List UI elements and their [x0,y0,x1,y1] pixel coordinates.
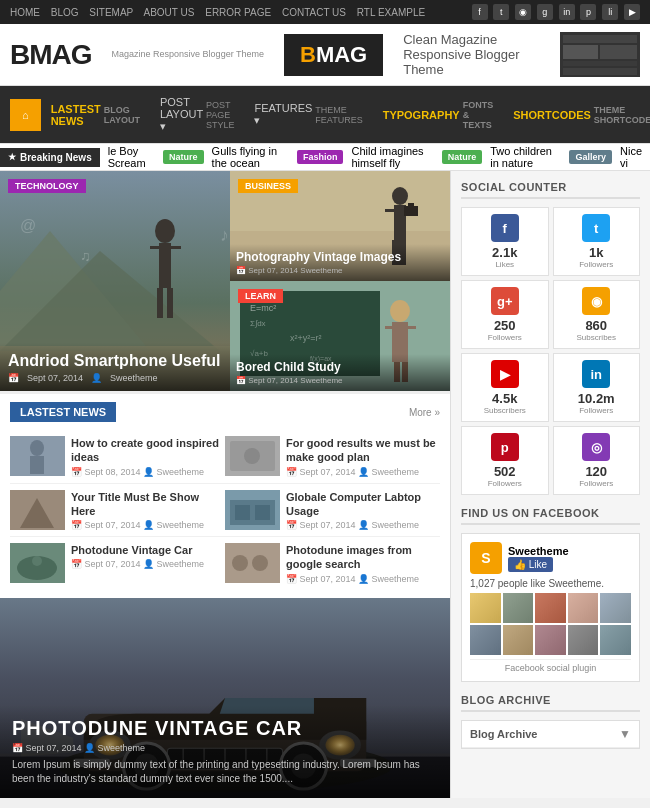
featured-large-article[interactable]: ♪ @ ♫ ♪ TECHNOLOGY Andriod Smartphone Us… [0,171,230,391]
nav-home[interactable]: HOME [10,7,40,18]
sidebar: SOCIAL COUNTER f 2.1k Likes t 1k Followe… [450,171,650,798]
fb-like-count: 1,027 people like Sweetheme. [470,578,631,589]
social-gp-icon[interactable]: g [537,4,553,20]
nav-features[interactable]: FEATURES ▾THEME FEATURES [244,92,372,137]
social-counter-section: SOCIAL COUNTER f 2.1k Likes t 1k Followe… [461,181,640,495]
svg-point-60 [252,555,268,571]
social-li-icon[interactable]: li [602,4,618,20]
social-item-fb[interactable]: f 2.1k Likes [461,207,549,276]
fb-thumb-6[interactable] [470,625,501,655]
nav-rtl[interactable]: RTL EXAMPLE [357,7,425,18]
social-item-pi[interactable]: p 502 Followers [461,426,549,495]
social-in-icon[interactable]: in [559,4,575,20]
featured-section: ♪ @ ♫ ♪ TECHNOLOGY Andriod Smartphone Us… [0,171,450,391]
fb-thumb-5[interactable] [600,593,631,623]
fb-thumb-4[interactable] [568,593,599,623]
top-nav[interactable]: HOME BLOG SITEMAP ABOUT US ERROR PAGE CO… [10,7,433,18]
news-title-2: Your Title Must Be Show Here [71,490,225,519]
social-fb-icon[interactable]: f [472,4,488,20]
fb-thumb-10[interactable] [600,625,631,655]
ticker-tag-2: Fashion [297,150,344,164]
featured-large-overlay: Andriod Smartphone Useful 📅 Sept 07, 201… [0,343,230,391]
news-item-5[interactable]: Globale Computer Labtop Usage 📅 Sept 07,… [225,484,440,538]
featured-right-top-category: BUSINESS [238,179,298,193]
social-tw-icon[interactable]: t [493,4,509,20]
svg-point-48 [244,448,260,464]
featured-right-bottom-meta: 📅 Sept 07, 2014 Sweetheme [236,376,444,385]
nav-typography[interactable]: TYPOGRAPHYFONTS & TEXTS [373,90,504,140]
featured-right-bottom[interactable]: E=mc² Σ∫dx x²+y²=r² √a+b f(x)=ax LEARN [230,281,450,391]
featured-right-bottom-title: Bored Child Study [236,360,444,374]
news-meta-1: 📅 Sept 08, 2014 👤 Sweetheme [71,467,225,477]
news-item-4[interactable]: For good results we must be make good pl… [225,430,440,484]
featured-right-top-title: Photography Vintage Images [236,250,444,264]
svg-text:Σ∫dx: Σ∫dx [250,319,266,328]
news-item-6[interactable]: Photodune images from google search 📅 Se… [225,537,440,590]
nav-post-layout[interactable]: POST LAYOUT ▾POST PAGE STYLE [150,86,245,143]
featured-right-top-author: Sweetheme [300,266,342,275]
nav-error[interactable]: ERROR PAGE [205,7,271,18]
fb-like-button[interactable]: 👍 Like [508,557,553,572]
fb-thumb-2[interactable] [503,593,534,623]
nav-latest-news[interactable]: LASTEST NEWSBLOG LAYOUT [41,93,150,137]
svg-rect-25 [385,209,395,212]
featured-right-bottom-category: LEARN [238,289,283,303]
featured-right-top[interactable]: BUSINESS Photography Vintage Images 📅 Se… [230,171,450,281]
more-link[interactable]: More » [409,407,440,418]
news-item-1[interactable]: How to create good inspired ideas 📅 Sept… [10,430,225,484]
fb-thumb-3[interactable] [535,593,566,623]
yt-label: Subscribers [468,406,542,415]
news-item-img-3 [10,543,65,583]
social-counter-title: SOCIAL COUNTER [461,181,640,199]
fb-thumb-1[interactable] [470,593,501,623]
fb-thumb-7[interactable] [503,625,534,655]
news-title-5: Globale Computer Labtop Usage [286,490,440,519]
social-item-tw[interactable]: t 1k Followers [553,207,641,276]
nav-contact[interactable]: CONTACT US [282,7,346,18]
svg-rect-54 [255,505,270,520]
site-logo[interactable]: BMAG [10,39,92,71]
fb-thumb-9[interactable] [568,625,599,655]
vintage-car-section[interactable]: ‹ › [0,598,450,798]
social-item-ins[interactable]: ◎ 120 Followers [553,426,641,495]
center-logo-b: B [300,42,316,68]
svg-point-10 [155,219,175,243]
fb-page-avatar: S [470,542,502,574]
fb-page-name: Sweetheme [508,545,569,557]
svg-rect-40 [408,326,416,329]
archive-toggle-icon[interactable]: ▼ [619,727,631,741]
news-item-3[interactable]: Photodune Vintage Car 📅 Sept 07, 2014 👤 … [10,537,225,590]
nav-sitemap[interactable]: SITEMAP [89,7,133,18]
news-item-img-1 [10,436,65,476]
social-item-yt[interactable]: ▶ 4.5k Subscribers [461,353,549,422]
fb-thumb-8[interactable] [535,625,566,655]
featured-right-bottom-overlay: Bored Child Study 📅 Sept 07, 2014 Sweeth… [230,354,450,391]
social-pi-icon[interactable]: p [580,4,596,20]
news-item-2[interactable]: Your Title Must Be Show Here 📅 Sept 07, … [10,484,225,538]
nav-shortcodes[interactable]: SHORTCODESTHEME SHORTCODES [503,95,650,135]
news-item-img-5 [225,490,280,530]
svg-rect-2 [563,45,598,59]
breaking-news-label: Breaking News [0,148,100,167]
fb-photo-thumbs [470,593,631,655]
content-wrapper: ♪ @ ♫ ♪ TECHNOLOGY Andriod Smartphone Us… [0,171,650,798]
ins-count: 120 [560,464,634,479]
featured-large-category: TECHNOLOGY [8,179,86,193]
nav-about[interactable]: ABOUT US [144,7,195,18]
featured-large-title: Andriod Smartphone Useful [8,351,222,370]
social-rss-icon[interactable]: ◉ [515,4,531,20]
cal-icon-3: 📅 [236,376,246,385]
social-yt-icon[interactable]: ▶ [624,4,640,20]
nav-home-btn[interactable]: ⌂ [10,99,41,131]
social-item-gp[interactable]: g+ 250 Followers [461,280,549,349]
featured-large-meta: 📅 Sept 07, 2014 👤 Sweetheme [8,373,222,383]
facebook-icon: f [491,214,519,242]
social-item-rss[interactable]: ◉ 860 Subscribes [553,280,641,349]
svg-rect-45 [30,456,44,474]
tw-count: 1k [560,245,634,260]
nav-blog[interactable]: BLOG [51,7,79,18]
news-item-content-6: Photodune images from google search 📅 Se… [286,543,440,584]
news-meta-4: 📅 Sept 07, 2014 👤 Sweetheme [286,467,440,477]
social-item-in[interactable]: in 10.2m Followers [553,353,641,422]
featured-large-author: Sweetheme [110,373,158,383]
